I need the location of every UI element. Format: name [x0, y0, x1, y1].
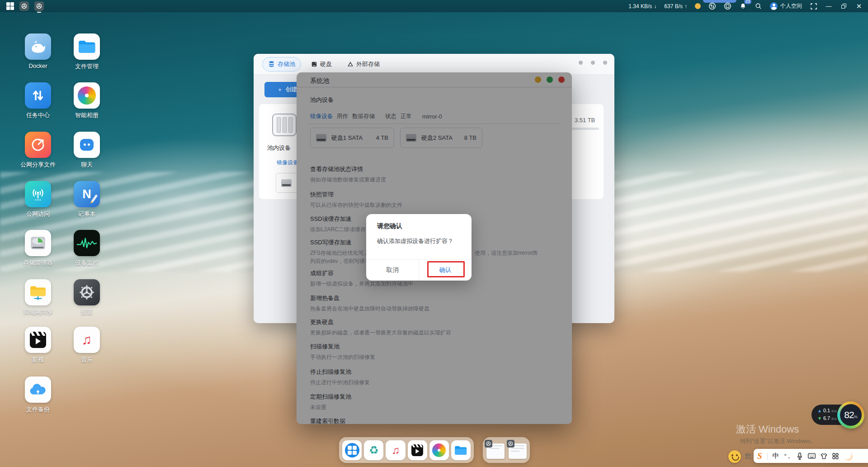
pool-bay-icon — [272, 114, 297, 136]
task-center-icon — [25, 82, 51, 109]
usage-percent: 82 — [844, 410, 854, 420]
desktop-icon-file-backup[interactable]: 文件备份 — [15, 376, 61, 414]
dock-video[interactable] — [408, 440, 427, 460]
pool-devices-label: 池内设备 — [267, 144, 291, 152]
notifications-bell-icon[interactable]: 23 — [739, 2, 747, 10]
folder-icon — [454, 445, 467, 456]
desktop-icon-file-manager[interactable]: 文件管理 — [64, 33, 109, 71]
fullscreen-icon[interactable] — [810, 2, 817, 10]
close-button[interactable]: ✕ — [855, 2, 863, 10]
file-manager-icon — [74, 33, 100, 60]
dock-trash[interactable]: ♻ — [364, 440, 383, 460]
pool-db-icon — [268, 61, 275, 67]
skin-tshirt-icon[interactable] — [821, 453, 827, 459]
external-storage-icon — [347, 61, 354, 67]
tab-hard-disk[interactable]: 硬盘 — [306, 57, 337, 71]
taskbar-app-storage-manager[interactable] — [19, 1, 29, 11]
desktop-icon-lan-share[interactable]: 局域网共享 — [15, 279, 61, 316]
desktop-icon-public-share[interactable]: 公网分享文件 — [15, 132, 61, 169]
public-access-icon — [25, 181, 51, 207]
window-thumbnail-1[interactable] — [486, 440, 505, 461]
file-backup-icon — [25, 376, 51, 403]
clapper-icon — [411, 444, 423, 456]
cancel-button[interactable]: 取消 — [366, 260, 419, 281]
wheel-icon — [507, 440, 514, 448]
desktop-icon-storage-manager[interactable]: 存储管理器 — [15, 230, 61, 267]
sync-icon[interactable] — [708, 2, 716, 10]
video-app-icon — [25, 327, 51, 353]
confirm-dialog-title: 请您确认 — [377, 222, 402, 230]
usage-ring-widget[interactable]: 82 % — [837, 401, 864, 429]
taskbar: 1.34 KB/s↓ 637 B/s↑ 23 个人空间 — [0, 0, 868, 12]
desktop-icon-chat[interactable]: 聊天 — [64, 132, 109, 169]
dock-open-windows — [483, 437, 530, 463]
tab-storage-pool[interactable]: 存储池 — [262, 57, 301, 71]
public-share-icon — [25, 132, 51, 158]
desktop-icon-notepad[interactable]: N 记事本 — [64, 181, 109, 218]
keyboard-icon[interactable] — [808, 453, 816, 459]
recycle-bin-icon: ♻ — [369, 444, 379, 457]
network-download-speed: 1.34 KB/s↓ — [628, 3, 656, 10]
disk-icon — [281, 179, 292, 187]
music-icon: ♫ — [74, 327, 100, 353]
user-account[interactable]: 个人空间 — [770, 2, 802, 10]
music-note-icon: ♫ — [392, 444, 400, 457]
confirm-highlight-annotation — [427, 261, 465, 277]
window-controls-dots[interactable] — [579, 61, 607, 65]
desktop-icon-docker[interactable]: Docker — [15, 33, 61, 69]
desktop-icon-settings[interactable]: 设置 — [64, 279, 109, 316]
desktop-icon-task-center[interactable]: 任务中心 — [15, 82, 61, 119]
window-thumbnail-2[interactable] — [508, 440, 527, 461]
settings-gear-icon — [74, 279, 100, 305]
desktop-icon-video[interactable]: 影视 — [15, 327, 61, 364]
desktop-icon-device-monitor[interactable]: 设备监控 — [64, 230, 109, 267]
wheel-icon — [36, 3, 42, 9]
status-dot-icon[interactable] — [695, 3, 701, 9]
avatar — [770, 2, 778, 10]
storage-manager-icon — [25, 230, 51, 256]
restore-button[interactable] — [840, 2, 848, 10]
wheel-icon — [21, 3, 27, 9]
download-arrow-icon: ▼ — [817, 416, 822, 421]
notepad-icon: N — [74, 181, 100, 207]
lan-share-icon — [25, 279, 51, 305]
smart-album-icon — [74, 82, 100, 109]
microphone-icon[interactable] — [797, 453, 803, 460]
pool-mirror-link[interactable]: 镜像设备 — [277, 159, 298, 167]
taskbar-app-settings[interactable] — [34, 1, 44, 11]
app-grid-icon — [345, 443, 359, 457]
emoji-smiley-icon[interactable] — [728, 450, 741, 463]
confirm-dialog-message: 确认添加虚拟设备进行扩容？ — [377, 237, 453, 245]
notification-toast-sliver — [703, 0, 736, 3]
dock: ♻ ♫ — [339, 437, 474, 463]
screen-cast-icon[interactable] — [724, 2, 731, 10]
device-monitor-icon — [74, 230, 100, 256]
hard-disk-icon — [311, 61, 317, 67]
dock-music[interactable]: ♫ — [386, 440, 405, 460]
desktop-icon-music[interactable]: ♫ 音乐 — [64, 327, 109, 364]
ime-punctuation[interactable]: °， — [784, 452, 792, 460]
plus-icon: ＋ — [277, 86, 283, 94]
pool-usage: 3.51 TB — [575, 117, 595, 124]
dock-launcher[interactable] — [342, 440, 362, 460]
desktop-icon-smart-album[interactable]: 智能相册 — [64, 82, 109, 119]
sogou-logo[interactable]: S — [757, 451, 762, 461]
ime-mascot-icon[interactable] — [844, 452, 853, 461]
desktop-icon-public-access[interactable]: 公网访问 — [15, 181, 61, 218]
hidden-tooltip-text: 您 — [745, 452, 751, 460]
minimize-button[interactable]: — — [825, 3, 832, 10]
tab-external-storage[interactable]: 外部存储 — [342, 57, 385, 71]
ime-mode-chinese[interactable]: 中 — [773, 452, 779, 460]
dock-files[interactable] — [451, 440, 471, 460]
dock-photos[interactable] — [429, 440, 449, 460]
chat-icon — [74, 132, 100, 158]
search-icon[interactable] — [755, 2, 762, 10]
user-space-label: 个人空间 — [780, 2, 802, 10]
more-grid-icon[interactable] — [832, 453, 839, 459]
notification-count-badge: 23 — [744, 0, 751, 4]
upload-arrow-icon: ▲ — [817, 408, 822, 413]
download-speed: 6.7 — [823, 415, 830, 421]
launcher-grid-icon[interactable] — [6, 2, 14, 10]
ime-toolbar: S 中 °， — [754, 449, 868, 463]
upload-speed: 0.1 — [823, 408, 830, 413]
